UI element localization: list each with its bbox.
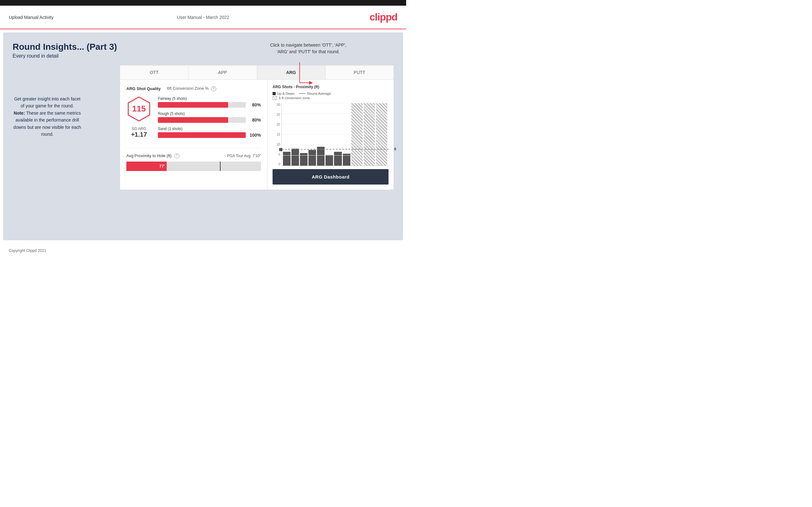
proximity-header: Avg Proximity to Hole (ft) ? ↑ PGA Tour …: [126, 153, 261, 158]
shot-quality-label: ARG Shot Quality: [126, 86, 161, 91]
grid-25: [282, 113, 389, 114]
y-label-10: 10: [272, 143, 280, 146]
insight-text: Get greater insight into each facet of y…: [13, 96, 82, 137]
grid-30: [282, 103, 389, 103]
proximity-help-icon[interactable]: ?: [174, 153, 179, 158]
svg-marker-2: [309, 81, 313, 85]
bar-fill-rough: [158, 117, 228, 123]
chart-area: 8: [282, 103, 389, 166]
bars-container: Fairway (5 shots) 80% Rough (5 shots): [158, 96, 261, 142]
y-label-5: 5: [272, 153, 280, 156]
bar-track-sand: 100%: [158, 132, 261, 138]
clippd-logo: clippd: [370, 11, 397, 23]
grid-15: [282, 134, 389, 135]
grid-5: [282, 155, 389, 156]
arg-dashboard-button[interactable]: ARG Dashboard: [272, 169, 389, 184]
proximity-value: 77': [159, 164, 165, 168]
chart-bar-5: [317, 147, 324, 166]
proximity-cursor: [220, 162, 220, 171]
nav-hint: Click to navigate between 'OTT', 'APP', …: [270, 42, 346, 55]
grid-20: [282, 124, 389, 124]
chart-bar-2: [292, 149, 299, 166]
chart-bar-6: [325, 155, 333, 166]
tab-app[interactable]: APP: [189, 65, 257, 79]
legend-hatched-box: [272, 96, 277, 100]
copyright-text: Copyright Clippd 2021: [9, 248, 46, 253]
chart-header: ARG Shots - Proximity (ft): [272, 85, 389, 89]
main-content: Round Insights... (Part 3) Every round i…: [3, 33, 403, 240]
legend-row2: 6 ft conversion zone: [272, 96, 389, 100]
arrow-indicator: [297, 61, 315, 94]
card-body: ARG Shot Quality 6ft Conversion Zone % ?…: [120, 80, 394, 189]
header: Upload Manual Activity User Manual - Mar…: [0, 6, 406, 29]
y-label-15: 15: [272, 133, 280, 136]
legend-dot-up-down: [272, 92, 276, 95]
bar-row-rough: Rough (5 shots) 80%: [158, 111, 261, 123]
proximity-bar-fill: 77': [126, 162, 167, 171]
chart-bar-7: [334, 152, 342, 166]
hex-number: 115: [132, 104, 146, 114]
chart-bar-1: [283, 152, 291, 166]
bar-bg-rough: [158, 117, 246, 123]
bar-label-sand: Sand (1 shots): [158, 127, 261, 131]
tab-ott[interactable]: OTT: [120, 65, 189, 79]
chart-wrapper: 30 25 20 15 10 5 0: [272, 103, 389, 166]
dashboard-card: OTT APP ARG PUTT ARG Shot Quality 6ft Co…: [120, 65, 394, 190]
bar-label-rough: Rough (5 shots): [158, 111, 261, 116]
grid-10: [282, 145, 389, 145]
right-panel: ARG Shots - Proximity (ft) Up & Down Rou…: [267, 80, 394, 189]
top-bar: [0, 0, 406, 6]
bar-bg-fairway: [158, 102, 246, 108]
help-icon[interactable]: ?: [211, 86, 216, 91]
y-label-30: 30: [272, 103, 280, 106]
round-avg-line: 8: [282, 149, 389, 150]
round-avg-value: 8: [394, 147, 396, 151]
round-avg-dot: [279, 148, 282, 151]
legend-label-up-down: Up & Down: [277, 92, 295, 96]
bar-pct-fairway: 80%: [248, 102, 261, 107]
y-label-20: 20: [272, 123, 280, 126]
conversion-zone-label: 6ft Conversion Zone % ?: [167, 86, 216, 91]
bar-fill-sand: [158, 132, 246, 138]
bar-track-rough: 80%: [158, 117, 261, 123]
proximity-bar-track: 77': [126, 162, 261, 171]
chart-bar-4: [308, 150, 316, 166]
tabs-container: OTT APP ARG PUTT: [120, 65, 394, 80]
bar-track-fairway: 80%: [158, 102, 261, 108]
chart-bar-8: [343, 154, 350, 166]
left-panel: ARG Shot Quality 6ft Conversion Zone % ?…: [120, 80, 267, 189]
proximity-avg: ↑ PGA Tour Avg: 7'10": [224, 154, 261, 158]
bar-label-fairway: Fairway (5 shots): [158, 96, 261, 101]
proximity-section: Avg Proximity to Hole (ft) ? ↑ PGA Tour …: [126, 148, 261, 171]
bar-pct-rough: 80%: [248, 117, 261, 122]
hex-wrapper: 115 SG ARG +1.17 Fairway (5 shots): [126, 96, 261, 142]
legend-up-down: Up & Down: [272, 92, 295, 96]
header-title: User Manual - March 2022: [177, 15, 230, 20]
tab-putt[interactable]: PUTT: [325, 65, 394, 79]
hexagon-badge: 115: [126, 96, 152, 122]
bar-row-sand: Sand (1 shots) 100%: [158, 127, 261, 138]
header-upload-link[interactable]: Upload Manual Activity: [9, 15, 54, 20]
note-bold: Note:: [14, 111, 25, 116]
bar-row-fairway: Fairway (5 shots) 80%: [158, 96, 261, 108]
legend: Up & Down Round Average: [272, 92, 389, 96]
legend-label-conversion: 6 ft conversion zone: [279, 96, 310, 100]
bar-pct-sand: 100%: [248, 132, 261, 137]
sg-label: SG ARG: [131, 127, 147, 131]
bar-bg-sand: [158, 132, 246, 138]
footer: Copyright Clippd 2021: [0, 243, 406, 258]
y-label-0: 0: [272, 163, 280, 166]
hex-container: 115 SG ARG +1.17: [126, 96, 152, 138]
bar-fill-fairway: [158, 102, 228, 108]
proximity-label: Avg Proximity to Hole (ft) ?: [126, 153, 179, 158]
sg-value: +1.17: [131, 131, 147, 138]
y-label-25: 25: [272, 113, 280, 116]
y-axis: 30 25 20 15 10 5 0: [272, 103, 280, 166]
panel-header: ARG Shot Quality 6ft Conversion Zone % ?: [126, 86, 261, 91]
